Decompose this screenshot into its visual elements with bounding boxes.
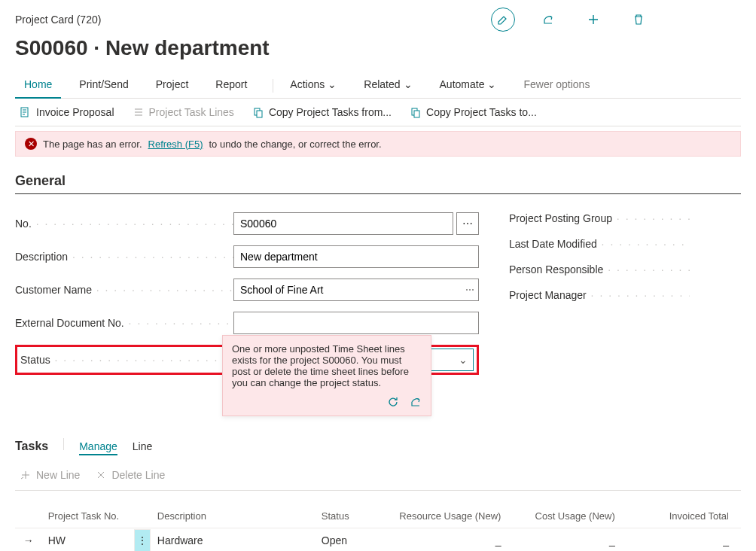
svg-rect-2 bbox=[257, 111, 262, 117]
assist-no-button[interactable]: ⋯ bbox=[456, 212, 479, 235]
cell-status[interactable]: Open bbox=[322, 534, 399, 546]
cell-resource-usage: _ bbox=[399, 534, 513, 546]
refresh-link[interactable]: Refresh (F5) bbox=[148, 139, 203, 150]
row-arrow-icon: → bbox=[15, 534, 42, 546]
tab-print[interactable]: Print/Send bbox=[70, 74, 137, 98]
tab-home[interactable]: Home bbox=[15, 74, 61, 98]
cell-task-no[interactable]: HW bbox=[42, 534, 135, 546]
tasks-grid: Project Task No. Description Status Reso… bbox=[15, 504, 741, 551]
invoice-icon bbox=[20, 106, 32, 118]
cell-invoiced-total: _ bbox=[627, 534, 741, 546]
copy-to-icon bbox=[410, 106, 422, 118]
chevron-down-icon: ⌄ bbox=[404, 78, 413, 90]
delete-button[interactable] bbox=[626, 8, 651, 32]
tab-actions[interactable]: Actions⌄ bbox=[281, 74, 346, 98]
label-project-manager: Project Manager bbox=[509, 289, 690, 301]
new-line-icon bbox=[20, 469, 32, 481]
col-invoiced-total[interactable]: Invoiced Total bbox=[627, 510, 741, 522]
chevron-down-icon: ⌄ bbox=[487, 78, 496, 90]
breadcrumb: Project Card (720) bbox=[15, 14, 491, 26]
col-description[interactable]: Description bbox=[151, 510, 322, 522]
tooltip-refresh-button[interactable] bbox=[387, 396, 399, 408]
tab-project[interactable]: Project bbox=[147, 74, 198, 98]
label-external-doc: External Document No. bbox=[15, 317, 233, 329]
lookup-icon[interactable]: ⋯ bbox=[465, 285, 474, 295]
invoice-proposal-button[interactable]: Invoice Proposal bbox=[20, 106, 114, 118]
copy-tasks-from-button[interactable]: Copy Project Tasks from... bbox=[252, 106, 392, 118]
tab-report[interactable]: Report bbox=[206, 74, 256, 98]
list-icon bbox=[133, 106, 145, 118]
input-description[interactable] bbox=[233, 245, 479, 268]
label-customer: Customer Name bbox=[15, 284, 233, 296]
label-last-date-modified: Last Date Modified bbox=[509, 238, 690, 250]
divider bbox=[273, 79, 273, 93]
col-cost-usage[interactable]: Cost Usage (New) bbox=[513, 510, 626, 522]
tooltip-share-button[interactable] bbox=[410, 396, 422, 408]
label-no: No. bbox=[15, 218, 233, 230]
label-description: Description bbox=[15, 251, 233, 263]
cell-description[interactable]: Hardware bbox=[151, 534, 322, 546]
svg-rect-4 bbox=[414, 111, 419, 117]
section-general[interactable]: General bbox=[15, 173, 741, 194]
edit-button[interactable] bbox=[491, 8, 515, 32]
copy-tasks-to-button[interactable]: Copy Project Tasks to... bbox=[410, 106, 537, 118]
tasks-tab-manage[interactable]: Manage bbox=[79, 440, 117, 455]
status-error-tooltip: One or more unposted Time Sheet lines ex… bbox=[222, 335, 431, 416]
col-resource-usage[interactable]: Resource Usage (New) bbox=[399, 510, 513, 522]
share-button[interactable] bbox=[536, 8, 560, 32]
label-project-posting-group: Project Posting Group bbox=[509, 212, 690, 224]
tab-fewer-options[interactable]: Fewer options bbox=[514, 74, 599, 98]
delete-line-icon bbox=[95, 469, 107, 481]
tasks-title: Tasks bbox=[15, 440, 48, 453]
page-title: S00060 · New department bbox=[15, 36, 741, 60]
row-menu-button[interactable]: ⋮ bbox=[134, 529, 151, 552]
error-bar: ✕ The page has an error. Refresh (F5) to… bbox=[15, 131, 741, 157]
label-status: Status bbox=[20, 354, 239, 366]
col-status[interactable]: Status bbox=[322, 510, 399, 522]
input-external-doc[interactable] bbox=[233, 312, 479, 334]
label-person-responsible: Person Responsible bbox=[509, 263, 690, 276]
error-icon: ✕ bbox=[25, 138, 37, 150]
new-line-button: New Line bbox=[20, 469, 80, 481]
copy-from-icon bbox=[252, 106, 264, 118]
chevron-down-icon: ⌄ bbox=[328, 78, 337, 90]
divider bbox=[63, 438, 64, 450]
tab-related[interactable]: Related⌄ bbox=[355, 74, 421, 98]
tasks-tab-line[interactable]: Line bbox=[133, 440, 152, 452]
new-button[interactable] bbox=[581, 8, 605, 32]
input-no[interactable] bbox=[233, 212, 453, 235]
col-task-no[interactable]: Project Task No. bbox=[42, 510, 135, 522]
cell-cost-usage: _ bbox=[513, 534, 626, 546]
input-customer[interactable] bbox=[233, 279, 479, 301]
tab-automate[interactable]: Automate⌄ bbox=[431, 74, 506, 98]
table-row[interactable]: →HW⋮HardwareOpen___ bbox=[15, 528, 741, 551]
project-task-lines-button: Project Task Lines bbox=[133, 106, 234, 118]
delete-line-button: Delete Line bbox=[95, 469, 165, 481]
